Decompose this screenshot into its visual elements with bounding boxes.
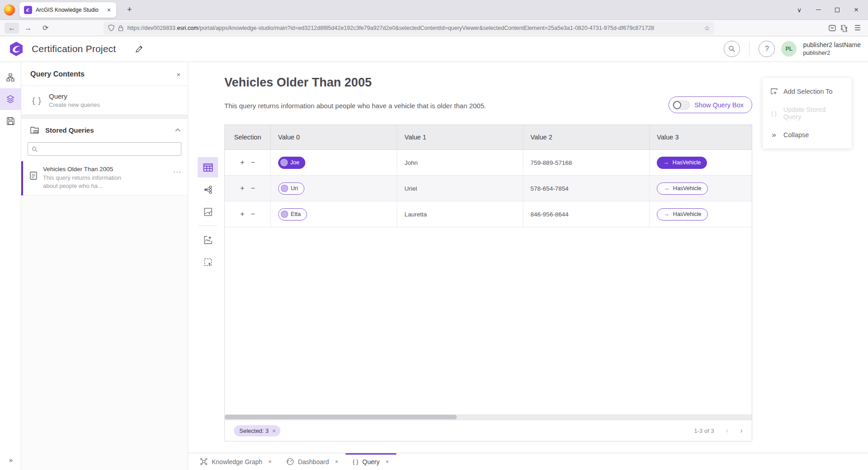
query-viewer: Vehicles Older Than 2005 This query retu… (188, 62, 868, 453)
panel-title: Query Contents (30, 70, 85, 78)
entity-pill[interactable]: Joe (278, 157, 305, 169)
table-row[interactable]: + − Etta Lauretta 846-956-8644 →HasVehic… (225, 201, 752, 227)
tabs-dropdown-icon[interactable]: ∨ (796, 6, 803, 14)
firefox-icon[interactable] (4, 5, 15, 15)
link-chart-view-button[interactable] (198, 179, 218, 200)
pagination-label: 1-3 of 3 (694, 427, 714, 434)
results-table: Selection Value 0 Value 1 Value 2 Value … (224, 125, 752, 441)
add-to-map-button[interactable] (198, 230, 218, 250)
search-icon (728, 45, 735, 53)
app-header: Certification Project ? PL publisher2 la… (0, 36, 868, 62)
expand-panel-icon[interactable]: » (9, 456, 12, 464)
menu-item-add-selection-to[interactable]: Add Selection To (763, 81, 852, 102)
tab-close-icon[interactable]: × (106, 6, 112, 14)
add-to-map-icon (204, 235, 213, 245)
project-title: Certification Project (32, 43, 116, 54)
menu-item-update-stored-query[interactable]: { } Update Stored Query (763, 102, 852, 124)
add-selection-icon[interactable]: + (240, 184, 244, 192)
stored-queries-folder-icon (30, 126, 40, 134)
double-chevron-right-icon: » (770, 130, 778, 139)
entity-dot-icon (281, 185, 288, 192)
cell-value: 759-889-57168 (523, 150, 650, 175)
next-page-icon[interactable]: › (740, 426, 743, 435)
item-options-icon[interactable]: ··· (173, 168, 181, 175)
search-icon (32, 146, 38, 152)
help-button[interactable]: ? (759, 41, 775, 57)
relationship-pill[interactable]: →HasVehicle (657, 208, 708, 221)
add-selection-icon[interactable]: + (240, 158, 244, 167)
pocket-icon[interactable] (828, 24, 836, 32)
stored-query-title: Vehicles Older Than 2005 (43, 166, 136, 173)
tab-dashboard[interactable]: Dashboard × (279, 453, 346, 470)
layers-icon (6, 95, 15, 104)
search-input[interactable] (40, 146, 177, 153)
rail-item-save[interactable] (0, 110, 21, 132)
browser-navbar: ← → ⟳ https://dev0028833.esri.com/portal… (0, 20, 868, 36)
collapse-chevron-up-icon[interactable] (175, 128, 180, 132)
selection-tool-button[interactable] (198, 252, 218, 272)
window-close-button[interactable]: × (853, 6, 860, 14)
show-query-box-toggle[interactable]: Show Query Box (669, 96, 752, 113)
url-bar[interactable]: https://dev0028833.esri.com/portal/apps/… (104, 22, 714, 34)
entity-pill[interactable]: Uri (278, 182, 304, 195)
view-tab-bar: Knowledge Graph × Dashboard × { } Query … (188, 453, 868, 470)
edit-pencil-icon[interactable] (135, 45, 143, 53)
prev-page-icon[interactable]: ‹ (726, 426, 729, 435)
stored-queries-header[interactable]: Stored Queries (21, 119, 188, 138)
table-header-row: Selection Value 0 Value 1 Value 2 Value … (225, 125, 752, 150)
new-query-item[interactable]: { } Query Create new queries (21, 86, 188, 115)
user-avatar[interactable]: PL (781, 41, 797, 57)
remove-selection-icon[interactable]: − (251, 184, 255, 192)
stored-queries-search[interactable] (28, 142, 181, 156)
column-header[interactable]: Value 2 (523, 125, 650, 149)
query-document-icon (29, 171, 38, 180)
window-minimize-button[interactable] (815, 6, 822, 14)
dashed-selection-icon (204, 258, 213, 267)
bookmark-star-icon[interactable]: ☆ (704, 24, 710, 32)
menu-hamburger-icon[interactable]: ☰ (852, 24, 863, 32)
map-view-button[interactable] (198, 201, 218, 222)
cell-value: 846-956-8644 (523, 201, 650, 227)
forward-button[interactable]: → (19, 24, 37, 32)
horizontal-scrollbar[interactable] (225, 414, 752, 420)
search-button[interactable] (724, 41, 740, 57)
column-header[interactable]: Value 1 (397, 125, 523, 149)
table-row[interactable]: + − Joe John 759-889-57168 →HasVehicle (225, 150, 752, 176)
back-button[interactable]: ← (5, 23, 19, 34)
selected-count-chip[interactable]: Selected: 3 × (234, 425, 280, 436)
clear-selection-icon[interactable]: × (272, 427, 276, 434)
arcgis-knowledge-logo (9, 41, 24, 57)
add-selection-icon[interactable]: + (240, 210, 244, 218)
browser-tab[interactable]: ArcGIS Knowledge Studio × (19, 2, 116, 18)
table-row[interactable]: + − Uri Uriel 578-654-7854 →HasVehicle (225, 176, 752, 201)
user-name: publisher2 lastName publisher2 (803, 41, 861, 57)
knowledge-graph-icon (200, 458, 208, 465)
close-tab-icon[interactable]: × (268, 458, 272, 465)
scrollbar-thumb[interactable] (225, 415, 457, 419)
relationship-pill[interactable]: →HasVehicle (657, 182, 708, 195)
map-icon (204, 207, 213, 216)
column-header[interactable]: Selection (225, 125, 271, 149)
column-header[interactable]: Value 0 (271, 125, 398, 149)
remove-selection-icon[interactable]: − (251, 210, 255, 218)
rail-item-hierarchy[interactable] (0, 67, 21, 88)
new-tab-button[interactable]: + (123, 4, 136, 15)
table-view-button[interactable] (198, 157, 218, 177)
stored-query-item[interactable]: Vehicles Older Than 2005 This query retu… (21, 161, 188, 196)
rail-item-contents[interactable] (0, 88, 21, 110)
entity-pill[interactable]: Etta (278, 208, 307, 221)
close-tab-icon[interactable]: × (385, 458, 389, 465)
reload-button[interactable]: ⟳ (37, 24, 54, 32)
tab-knowledge-graph[interactable]: Knowledge Graph × (193, 453, 279, 470)
link-chart-icon (203, 185, 213, 194)
relationship-pill[interactable]: →HasVehicle (657, 157, 707, 169)
close-tab-icon[interactable]: × (335, 458, 338, 465)
column-header[interactable]: Value 3 (650, 125, 752, 149)
menu-item-collapse[interactable]: » Collapse (763, 124, 852, 146)
panel-close-icon[interactable]: × (176, 71, 180, 78)
extensions-puzzle-icon[interactable] (840, 24, 848, 32)
tab-query[interactable]: { } Query × (346, 453, 396, 470)
remove-selection-icon[interactable]: − (251, 158, 255, 167)
window-maximize-button[interactable] (834, 6, 841, 14)
lock-icon (118, 25, 123, 31)
